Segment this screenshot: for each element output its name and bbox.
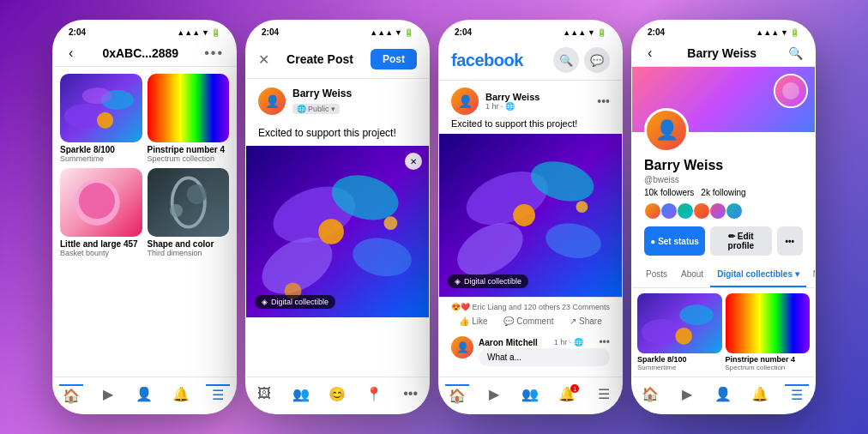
tab-mentions[interactable]: Mentions — [806, 262, 815, 287]
more-button-1[interactable]: ••• — [204, 45, 224, 61]
nav-more-2[interactable]: ••• — [399, 384, 423, 403]
phone-2-create-post: 2:04 ▲▲▲ ▼ 🔋 ✕ Create Post Post 👤 Barry … — [245, 20, 430, 414]
signal-icon-1: ▲▲▲ — [177, 28, 200, 37]
nav-menu-4[interactable]: ☰ — [785, 384, 809, 403]
status-bar-3: 2:04 ▲▲▲ ▼ 🔋 — [439, 21, 622, 40]
nav-video-4[interactable]: ▶ — [675, 384, 699, 403]
battery-icon-4: 🔋 — [790, 28, 799, 37]
gallery-title-1: Sparkle 8/100 — [60, 145, 142, 154]
post-artwork — [246, 146, 429, 317]
nav-menu-3[interactable]: ☰ — [592, 384, 616, 403]
svg-point-8 — [169, 204, 182, 217]
comment-bubble: What a... — [479, 348, 610, 366]
like-button[interactable]: 👍 Like — [459, 316, 487, 326]
follower-avatar-2 — [660, 202, 678, 220]
tab-posts[interactable]: Posts — [639, 262, 674, 287]
feed-more-button[interactable]: ••• — [597, 94, 610, 108]
badge-icon-3: ◈ — [455, 277, 461, 286]
post-main-image: ✕ ◈ Digital collectible — [246, 146, 429, 317]
svg-point-27 — [679, 304, 713, 325]
nav-video-3[interactable]: ▶ — [482, 384, 506, 403]
feed-post-time: 1 hr · 🌐 — [485, 102, 539, 111]
feed-post: 👤 Barry Weiss 1 hr · 🌐 ••• Excited to su… — [439, 81, 622, 371]
set-status-button[interactable]: ● Set status — [644, 226, 705, 256]
digital-collectible-badge-2: ◈ Digital collectible — [255, 295, 335, 309]
status-time-3: 2:04 — [455, 27, 472, 37]
status-icons-4: ▲▲▲ ▼ 🔋 — [756, 28, 799, 37]
status-bar-1: 2:04 ▲▲▲ ▼ 🔋 — [53, 21, 236, 40]
nav-home-3[interactable]: 🏠 — [445, 384, 469, 403]
nav-notif-4[interactable]: 🔔 — [748, 384, 772, 403]
comment-button[interactable]: 💬 Comment — [503, 316, 553, 326]
gallery-title-4: Shape and color — [148, 239, 230, 249]
image-close-button[interactable]: ✕ — [405, 153, 422, 170]
phone-3-feed: 2:04 ▲▲▲ ▼ 🔋 facebook 🔍 💬 👤 Barry Weiss — [438, 20, 623, 414]
gallery-item-2[interactable]: Pinstripe number 4 Spectrum collection — [148, 74, 230, 163]
follower-avatar-3 — [677, 202, 694, 220]
status-icons-3: ▲▲▲ ▼ 🔋 — [563, 28, 606, 37]
signal-icon-2: ▲▲▲ — [370, 28, 393, 37]
artwork-pink-sphere — [60, 168, 142, 237]
nav-notif-1[interactable]: 🔔 — [169, 384, 193, 403]
profile-gallery-sub-2: Spectrum collection — [726, 364, 811, 371]
nav-people-3[interactable]: 👥 — [518, 384, 542, 403]
feed-user-name: Barry Weiss — [485, 92, 539, 102]
wifi-icon-3: ▼ — [588, 28, 595, 37]
nav-profile-1[interactable]: 👤 — [132, 384, 156, 403]
profile-back-button[interactable]: ‹ — [644, 45, 655, 61]
nav-image-2[interactable]: 🖼 — [252, 384, 276, 403]
gallery-sub-1: Summertime — [60, 154, 142, 163]
tab-digital-collectibles[interactable]: Digital collectibles ▾ — [710, 262, 806, 287]
close-button-2[interactable]: ✕ — [258, 51, 269, 68]
user-info-2: Barry Weiss 🌐 Public ▾ — [292, 87, 352, 115]
feed-artwork — [439, 134, 622, 297]
tab-about[interactable]: About — [674, 262, 710, 287]
svg-point-23 — [576, 201, 588, 213]
gallery-item-1[interactable]: Sparkle 8/100 Summertime — [60, 74, 142, 163]
follower-avatar-6 — [726, 202, 743, 220]
nav-emoji-2[interactable]: 😊 — [325, 384, 349, 403]
create-post-title: Create Post — [286, 52, 353, 66]
bottom-nav-4: 🏠 ▶ 👤 🔔 ☰ — [632, 377, 815, 413]
post-text-2[interactable]: Excited to support this project! — [246, 124, 429, 146]
reactions-text: 😍❤️ Eric Liang and 120 others — [451, 303, 560, 311]
fb-message-button[interactable]: 💬 — [584, 47, 610, 73]
follower-avatar-5 — [709, 202, 726, 220]
nav-home-1[interactable]: 🏠 — [59, 384, 83, 403]
post-button[interactable]: Post — [371, 49, 417, 69]
gallery-sub-2: Spectrum collection — [148, 154, 230, 163]
status-bar-2: 2:04 ▲▲▲ ▼ 🔋 — [246, 21, 429, 40]
nav-video-1[interactable]: ▶ — [96, 384, 120, 403]
bottom-nav-1: 🏠 ▶ 👤 🔔 ☰ — [53, 377, 236, 413]
comment-more[interactable]: ••• — [599, 336, 610, 348]
svg-point-25 — [782, 82, 799, 99]
gallery-grid-1: Sparkle 8/100 Summertime Pinstripe numbe… — [53, 67, 236, 264]
profile-more-button[interactable]: ••• — [777, 226, 804, 256]
nav-notif-3[interactable]: 🔔1 — [555, 384, 579, 403]
status-bar-4: 2:04 ▲▲▲ ▼ 🔋 — [632, 21, 815, 40]
nav-location-2[interactable]: 📍 — [362, 384, 386, 403]
status-icons-1: ▲▲▲ ▼ 🔋 — [177, 28, 220, 37]
profile-nft-badge — [774, 74, 808, 108]
fb-search-button[interactable]: 🔍 — [553, 47, 579, 73]
nav-people-2[interactable]: 👥 — [289, 384, 313, 403]
profile-gallery-item-2[interactable]: Pinstripe number 4 Spectrum collection — [726, 293, 811, 371]
bottom-nav-2: 🖼 👥 😊 📍 ••• — [246, 377, 429, 413]
profile-gallery-title-1: Sparkle 8/100 — [637, 355, 722, 364]
profile-nft-art — [775, 75, 806, 106]
nav-home-4[interactable]: 🏠 — [638, 384, 662, 403]
share-button[interactable]: ↗ Share — [570, 316, 602, 326]
svg-point-15 — [383, 216, 397, 230]
profile-gallery-item-1[interactable]: Sparkle 8/100 Summertime — [637, 293, 722, 371]
back-button-1[interactable]: ‹ — [65, 45, 76, 61]
nav-profile-4[interactable]: 👤 — [711, 384, 735, 403]
edit-profile-button[interactable]: ✏ Edit profile — [710, 226, 771, 256]
privacy-badge[interactable]: 🌐 Public ▾ — [292, 104, 340, 114]
gallery-item-3[interactable]: Little and large 457 Basket bounty — [60, 168, 142, 257]
gallery-item-4[interactable]: Shape and color Third dimension — [148, 168, 230, 257]
profile-search-button[interactable]: 🔍 — [788, 46, 803, 60]
nav-menu-1[interactable]: ☰ — [206, 384, 230, 403]
profile-tabs: Posts About Digital collectibles ▾ Menti… — [632, 262, 815, 288]
wifi-icon-4: ▼ — [781, 28, 788, 37]
feed-post-image: ◈ Digital collectible — [439, 134, 622, 297]
